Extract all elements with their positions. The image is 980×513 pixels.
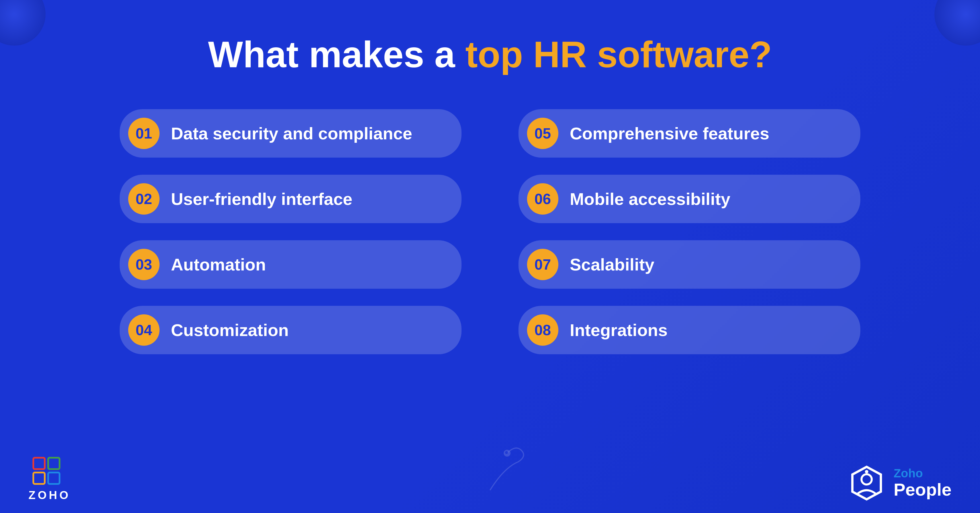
- zoho-people-icon: [848, 465, 885, 502]
- list-item: 01 Data security and compliance: [120, 109, 461, 158]
- list-item: 05 Comprehensive features: [519, 109, 860, 158]
- item-badge-08: 08: [527, 314, 558, 346]
- item-pill-01: 01 Data security and compliance: [120, 109, 461, 158]
- item-pill-03: 03 Automation: [120, 240, 461, 289]
- list-item: 07 Scalability: [519, 240, 860, 289]
- list-item: 04 Customization: [120, 306, 461, 354]
- item-label-04: Customization: [171, 320, 289, 340]
- item-pill-05: 05 Comprehensive features: [519, 109, 860, 158]
- zoho-people-logo: Zoho People: [848, 465, 951, 502]
- svg-point-4: [865, 470, 868, 473]
- item-badge-03: 03: [128, 249, 159, 280]
- title-prefix: What makes a: [208, 33, 465, 75]
- item-label-03: Automation: [171, 255, 266, 274]
- item-badge-04: 04: [128, 314, 159, 346]
- item-label-07: Scalability: [570, 255, 654, 274]
- item-badge-01: 01: [128, 118, 159, 149]
- item-label-05: Comprehensive features: [570, 124, 769, 143]
- item-pill-07: 07 Scalability: [519, 240, 860, 289]
- zoho-logo: ZOHO: [29, 457, 71, 502]
- list-item: 03 Automation: [120, 240, 461, 289]
- item-pill-06: 06 Mobile accessibility: [519, 175, 860, 223]
- item-badge-06: 06: [527, 183, 558, 215]
- item-badge-07: 07: [527, 249, 558, 280]
- zoho-square-green: [47, 457, 60, 470]
- svg-point-3: [861, 474, 872, 484]
- main-content: What makes a top HR software? 01 Data se…: [0, 0, 980, 354]
- item-badge-05: 05: [527, 118, 558, 149]
- zoho-square-blue: [47, 472, 60, 485]
- zoho-people-zoho-label: Zoho: [894, 467, 951, 480]
- list-item: 08 Integrations: [519, 306, 860, 354]
- zoho-wordmark: ZOHO: [29, 489, 71, 502]
- item-pill-02: 02 User-friendly interface: [120, 175, 461, 223]
- title-highlight: top HR software?: [466, 33, 772, 75]
- list-item: 02 User-friendly interface: [120, 175, 461, 223]
- zoho-square-red: [32, 457, 46, 470]
- zoho-square-yellow: [32, 472, 46, 485]
- item-label-06: Mobile accessibility: [570, 189, 730, 209]
- item-badge-02: 02: [128, 183, 159, 215]
- zoho-squares: [32, 457, 67, 485]
- item-label-08: Integrations: [570, 320, 668, 340]
- items-grid: 01 Data security and compliance 05 Compr…: [63, 109, 917, 354]
- item-label-01: Data security and compliance: [171, 124, 412, 143]
- bottom-section: ZOHO Zoho People: [0, 457, 980, 502]
- svg-point-1: [505, 451, 508, 454]
- zoho-people-text-group: Zoho People: [894, 467, 951, 499]
- item-pill-04: 04 Customization: [120, 306, 461, 354]
- zoho-people-people-label: People: [894, 480, 951, 499]
- list-item: 06 Mobile accessibility: [519, 175, 860, 223]
- page-title: What makes a top HR software?: [208, 34, 772, 75]
- item-pill-08: 08 Integrations: [519, 306, 860, 354]
- item-label-02: User-friendly interface: [171, 189, 352, 209]
